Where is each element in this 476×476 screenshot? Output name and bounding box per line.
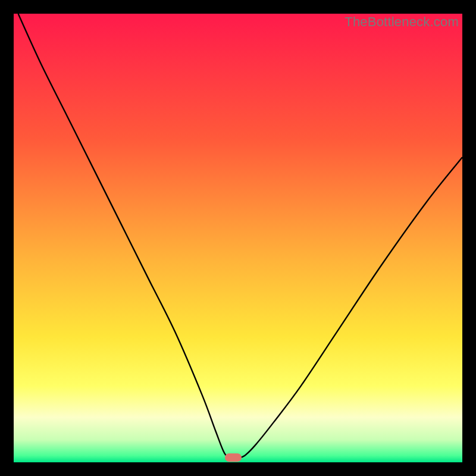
plot-background-gradient: TheBottleneck.com <box>14 14 462 462</box>
optimal-point-marker <box>225 453 242 462</box>
bottleneck-curve <box>14 14 462 462</box>
chart-frame: TheBottleneck.com <box>0 0 476 476</box>
curve-path <box>18 14 462 458</box>
